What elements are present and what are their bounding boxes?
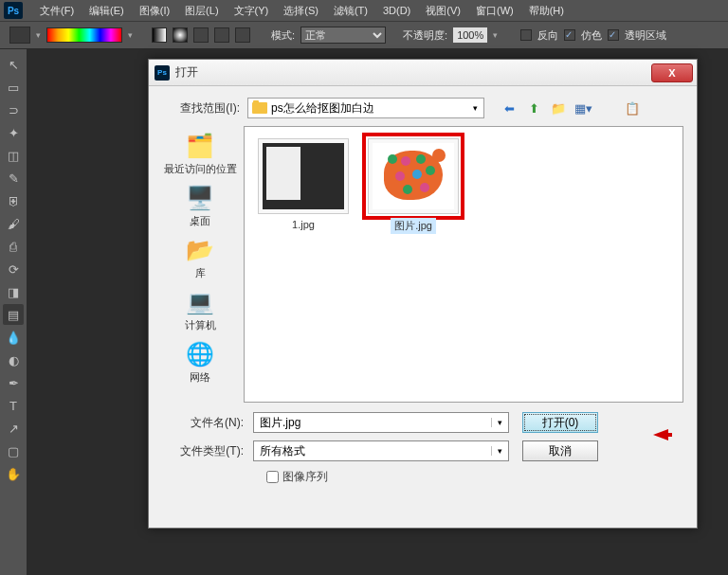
filename-label: 文件名(N): bbox=[168, 415, 253, 431]
place-computer[interactable]: 💻 计算机 bbox=[182, 286, 218, 332]
eyedropper-tool-icon[interactable]: ✎ bbox=[3, 168, 24, 189]
cancel-button[interactable]: 取消 bbox=[522, 440, 598, 461]
hand-tool-icon[interactable]: ✋ bbox=[3, 463, 24, 484]
brush-tool-icon[interactable]: 🖌 bbox=[3, 213, 24, 234]
lasso-tool-icon[interactable]: ⊃ bbox=[3, 99, 24, 120]
mode-select[interactable]: 正常 bbox=[300, 27, 386, 44]
lookup-value: ps怎么给抠图加白边 bbox=[271, 100, 374, 117]
menu-select[interactable]: 选择(S) bbox=[276, 4, 326, 18]
transparency-checkbox[interactable] bbox=[608, 29, 619, 41]
place-network[interactable]: 🌐 网络 bbox=[182, 338, 218, 385]
gradient-preview[interactable] bbox=[46, 27, 122, 43]
crop-tool-icon[interactable]: ◫ bbox=[3, 145, 24, 166]
close-button[interactable]: X bbox=[651, 63, 693, 82]
chevron-down-icon[interactable]: ▾ bbox=[467, 103, 483, 113]
menu-image[interactable]: 图像(I) bbox=[132, 4, 177, 18]
menu-3d[interactable]: 3D(D) bbox=[375, 5, 418, 16]
ps-logo-icon: Ps bbox=[4, 2, 23, 19]
reverse-label: 反向 bbox=[537, 28, 558, 43]
place-recent[interactable]: 🗂️ 最近访问的位置 bbox=[164, 130, 237, 176]
filetype-label: 文件类型(T): bbox=[168, 443, 253, 459]
dodge-tool-icon[interactable]: ◐ bbox=[3, 350, 24, 370]
up-icon[interactable]: ⬆ bbox=[524, 99, 543, 117]
type-tool-icon[interactable]: T bbox=[3, 395, 24, 416]
chevron-down-icon[interactable]: ▾ bbox=[36, 30, 41, 40]
menu-filter[interactable]: 滤镜(T) bbox=[326, 4, 375, 18]
eraser-tool-icon[interactable]: ◨ bbox=[3, 281, 24, 302]
back-icon[interactable]: ⬅ bbox=[500, 99, 519, 117]
new-folder-icon[interactable]: 📁 bbox=[549, 99, 568, 117]
computer-icon: 💻 bbox=[182, 286, 218, 318]
menu-layer[interactable]: 图层(L) bbox=[177, 4, 226, 18]
file-list-footer bbox=[244, 391, 683, 403]
gradient-type-angle-icon[interactable] bbox=[193, 27, 209, 43]
move-tool-icon[interactable]: ↖ bbox=[3, 54, 24, 75]
desktop-icon: 🖥️ bbox=[182, 182, 218, 214]
chevron-down-icon[interactable]: ▾ bbox=[493, 30, 498, 40]
annotation-arrow-icon bbox=[653, 429, 668, 440]
gradient-tool-icon[interactable] bbox=[9, 27, 30, 44]
options-icon[interactable]: 📋 bbox=[623, 99, 642, 117]
history-brush-tool-icon[interactable]: ⟳ bbox=[3, 259, 24, 279]
filename-combo[interactable]: 图片.jpg ▾ bbox=[253, 412, 509, 433]
wand-tool-icon[interactable]: ✦ bbox=[3, 122, 24, 143]
menu-edit[interactable]: 编辑(E) bbox=[82, 4, 132, 18]
views-icon[interactable]: ▦▾ bbox=[573, 99, 592, 117]
pen-tool-icon[interactable]: ✒ bbox=[3, 372, 24, 393]
gradient-type-radial-icon[interactable] bbox=[173, 27, 188, 43]
chevron-down-icon[interactable]: ▾ bbox=[128, 30, 133, 40]
file-name-label: 图片.jpg bbox=[391, 218, 436, 234]
place-libraries[interactable]: 📂 库 bbox=[182, 234, 218, 280]
options-bar: ▾ ▾ 模式: 正常 不透明度: 100% ▾ 反向 仿色 透明区域 bbox=[0, 21, 728, 49]
menu-window[interactable]: 窗口(W) bbox=[468, 4, 521, 18]
recent-places-icon: 🗂️ bbox=[182, 130, 218, 162]
menu-view[interactable]: 视图(V) bbox=[418, 4, 468, 18]
file-list[interactable]: 1.jpg 图片.jpg bbox=[244, 126, 683, 391]
dither-checkbox[interactable] bbox=[564, 29, 575, 41]
lookup-label: 查找范围(I): bbox=[162, 100, 247, 117]
file-item[interactable]: 图片.jpg bbox=[366, 138, 461, 234]
reverse-checkbox[interactable] bbox=[520, 29, 532, 41]
gradient-type-linear-icon[interactable] bbox=[152, 27, 167, 43]
lookup-combo[interactable]: ps怎么给抠图加白边 ▾ bbox=[247, 98, 484, 118]
network-icon: 🌐 bbox=[182, 338, 218, 370]
chevron-down-icon[interactable]: ▾ bbox=[491, 418, 508, 427]
dialog-title: 打开 bbox=[175, 64, 198, 81]
file-name-label: 1.jpg bbox=[288, 218, 318, 231]
file-item[interactable]: 1.jpg bbox=[256, 138, 351, 231]
menu-help[interactable]: 帮助(H) bbox=[521, 4, 572, 18]
path-tool-icon[interactable]: ↗ bbox=[3, 418, 24, 439]
transparency-label: 透明区域 bbox=[625, 28, 666, 43]
folder-icon bbox=[252, 102, 267, 114]
ps-logo-icon: Ps bbox=[155, 65, 170, 81]
ps-left-toolbar: ↖ ▭ ⊃ ✦ ◫ ✎ ⛨ 🖌 ⎙ ⟳ ◨ ▤ 💧 ◐ ✒ T ↗ ▢ ✋ bbox=[0, 49, 27, 485]
opacity-value[interactable]: 100% bbox=[453, 27, 487, 43]
places-panel: 🗂️ 最近访问的位置 🖥️ 桌面 📂 库 💻 计算机 🌐 网络 bbox=[162, 126, 238, 391]
dialog-titlebar[interactable]: Ps 打开 X bbox=[149, 60, 697, 86]
heal-tool-icon[interactable]: ⛨ bbox=[3, 190, 24, 211]
menu-file[interactable]: 文件(F) bbox=[32, 4, 82, 18]
file-thumbnail bbox=[368, 138, 459, 214]
gradient-type-reflected-icon[interactable] bbox=[214, 27, 229, 43]
filetype-combo[interactable]: 所有格式 ▾ bbox=[253, 440, 509, 461]
opacity-label: 不透明度: bbox=[403, 28, 447, 43]
mode-label: 模式: bbox=[271, 28, 295, 43]
marquee-tool-icon[interactable]: ▭ bbox=[3, 77, 24, 98]
gradient-type-diamond-icon[interactable] bbox=[235, 27, 250, 43]
ps-menubar: Ps 文件(F) 编辑(E) 图像(I) 图层(L) 文字(Y) 选择(S) 滤… bbox=[0, 0, 728, 21]
place-desktop[interactable]: 🖥️ 桌面 bbox=[182, 182, 218, 228]
image-sequence-checkbox[interactable] bbox=[266, 471, 279, 483]
libraries-icon: 📂 bbox=[182, 234, 218, 266]
open-button[interactable]: 打开(0) bbox=[522, 412, 598, 433]
dither-label: 仿色 bbox=[581, 28, 602, 43]
menu-type[interactable]: 文字(Y) bbox=[227, 4, 277, 18]
gradient-tool-icon[interactable]: ▤ bbox=[3, 304, 24, 325]
stamp-tool-icon[interactable]: ⎙ bbox=[3, 236, 24, 257]
chevron-down-icon[interactable]: ▾ bbox=[491, 446, 508, 456]
shape-tool-icon[interactable]: ▢ bbox=[3, 440, 24, 461]
file-thumbnail bbox=[258, 138, 349, 214]
blur-tool-icon[interactable]: 💧 bbox=[3, 327, 24, 348]
image-sequence-label: 图像序列 bbox=[282, 469, 328, 485]
open-dialog: Ps 打开 X 查找范围(I): ps怎么给抠图加白边 ▾ ⬅ ⬆ 📁 ▦▾ 📋 bbox=[148, 59, 698, 529]
